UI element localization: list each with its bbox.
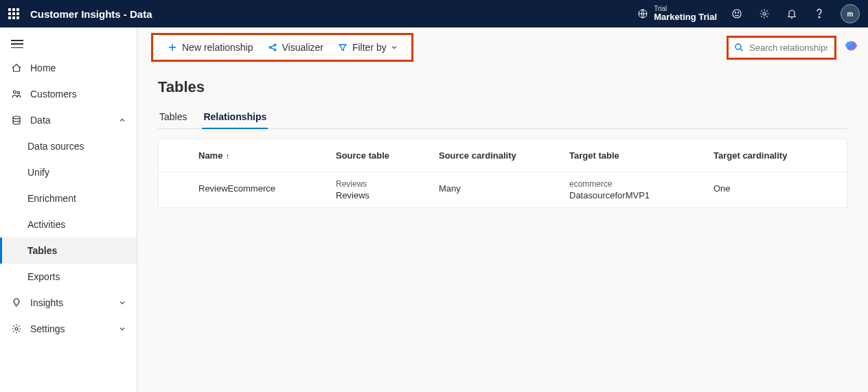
app-title: Customer Insights - Data [30,8,152,20]
new-relationship-button[interactable]: New relationship [160,39,260,56]
svg-point-6 [14,91,16,93]
row-source-sub: Reviews [336,179,428,189]
avatar[interactable]: m [841,4,860,23]
share-icon [267,42,278,53]
smiley-icon[interactable] [731,8,743,20]
tabs: Tables Relationships [158,106,847,129]
search-highlight [727,36,836,60]
topbar: Customer Insights - Data Trial Marketing… [0,0,868,27]
table-row[interactable]: ReviewEcommerce Reviews Reviews Many eco… [159,172,847,207]
sidebar-item-label: Insights [30,297,63,308]
row-target-main: DatasourceforMVP1 [569,190,703,200]
sidebar-item-unify[interactable]: Unify [0,159,137,185]
sidenav: Home Customers Data Data sources Unify E… [0,27,137,392]
main: New relationship Visualizer Filter by [137,27,868,392]
svg-point-13 [735,44,741,49]
chevron-down-icon [119,299,126,306]
sidebar-item-label: Unify [27,167,49,178]
search-input[interactable] [748,42,829,54]
globe-icon [637,8,648,19]
sidebar-item-activities[interactable]: Activities [0,211,137,238]
col-target-cardinality[interactable]: Target cardinality [708,139,818,172]
chevron-down-icon [119,325,126,332]
sort-asc-icon: ↑ [225,152,229,160]
gear-icon[interactable] [758,8,770,20]
lightbulb-icon [11,297,22,308]
svg-point-9 [15,327,18,330]
svg-point-7 [17,91,19,93]
sidebar-item-insights[interactable]: Insights [0,290,137,316]
svg-point-10 [269,47,271,49]
page-title: Tables [158,78,847,96]
sidebar-item-settings[interactable]: Settings [0,316,137,342]
toolbar-highlight: New relationship Visualizer Filter by [151,33,413,62]
sidebar-item-label: Settings [30,323,65,334]
svg-point-4 [763,12,766,15]
sidebar-item-home[interactable]: Home [0,55,137,81]
sidebar-item-tables[interactable]: Tables [0,238,137,264]
customers-icon [11,89,22,100]
button-label: New relationship [182,42,253,53]
sidebar-item-exports[interactable]: Exports [0,264,137,290]
sidebar-item-label: Activities [27,219,65,230]
svg-point-3 [738,12,738,13]
bell-icon[interactable] [786,8,798,20]
sidebar-item-label: Home [30,62,56,73]
sidebar-item-label: Exports [27,271,60,282]
relationships-table: Name↑ Source table Source cardinality Ta… [158,139,847,208]
row-source-cardinality: Many [439,183,461,194]
sidebar-item-label: Enrichment [27,193,76,204]
hamburger-toggle[interactable] [0,33,137,55]
button-label: Visualizer [282,42,323,53]
environment-picker[interactable]: Trial Marketing Trial [637,5,717,22]
env-label: Trial [654,5,717,12]
sidebar-item-enrichment[interactable]: Enrichment [0,185,137,211]
gear-icon [11,323,22,334]
col-name[interactable]: Name↑ [193,139,330,172]
app-launcher-icon[interactable] [8,8,19,19]
svg-point-8 [13,116,20,119]
button-label: Filter by [352,42,387,53]
help-icon[interactable] [813,8,825,20]
col-target-table[interactable]: Target table [564,139,708,172]
table-header-row: Name↑ Source table Source cardinality Ta… [159,139,847,172]
copilot-button[interactable] [842,38,861,57]
sidebar-item-customers[interactable]: Customers [0,81,137,107]
row-source-main: Reviews [336,190,428,200]
avatar-initials: m [847,10,854,18]
sidebar-item-label: Data [30,115,51,126]
sidebar-item-label: Data sources [27,141,84,152]
svg-point-1 [733,10,741,18]
svg-point-2 [735,12,735,13]
filter-icon [337,42,348,53]
svg-point-5 [819,16,820,18]
search-icon [734,42,744,53]
tab-tables[interactable]: Tables [158,106,188,128]
row-target-cardinality: One [713,183,731,194]
sidebar-item-data-sources[interactable]: Data sources [0,133,137,159]
sidebar-item-label: Tables [27,245,57,256]
tab-relationships[interactable]: Relationships [202,106,268,129]
plus-icon [167,42,178,53]
home-icon [11,62,22,73]
visualizer-button[interactable]: Visualizer [260,39,330,56]
filter-by-button[interactable]: Filter by [330,39,404,56]
env-name: Marketing Trial [654,12,717,22]
col-source-table[interactable]: Source table [330,139,433,172]
sidebar-item-label: Customers [30,89,77,100]
chevron-down-icon [391,44,398,51]
col-source-cardinality[interactable]: Source cardinality [433,139,564,172]
data-icon [11,115,22,126]
row-target-sub: ecommerce [569,179,703,189]
row-name: ReviewEcommerce [198,183,275,194]
sidebar-item-data[interactable]: Data [0,107,137,133]
chevron-up-icon [119,117,126,124]
